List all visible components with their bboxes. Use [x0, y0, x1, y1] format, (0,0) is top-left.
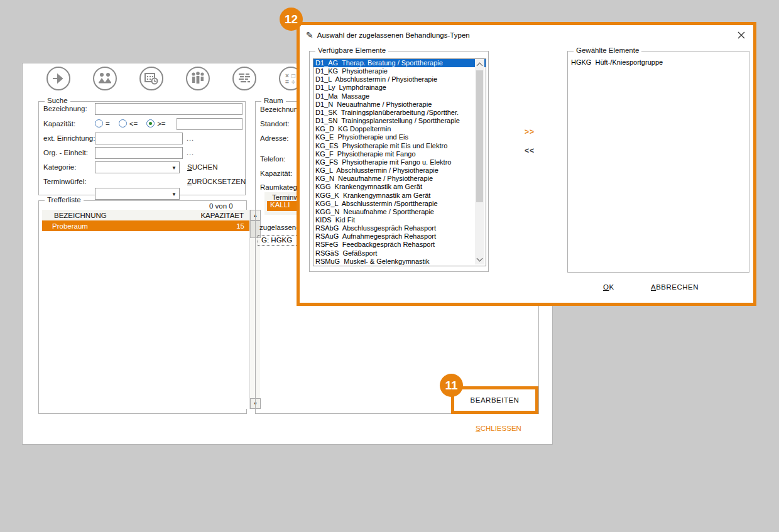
- results-group-title: Trefferliste: [45, 196, 84, 204]
- kapazitaet-input[interactable]: [177, 118, 242, 130]
- list-item[interactable]: KGG_L Abschlusstermin /Sporttherapie: [313, 200, 486, 208]
- radio-equal[interactable]: [95, 119, 103, 128]
- results-table: BEZEICHNUNG KAPAZITAET Proberaum 15 ▲ ▼: [42, 210, 260, 409]
- list-item[interactable]: KG_D KG Doppeltermin: [313, 125, 486, 133]
- svg-text:=: =: [285, 79, 289, 85]
- desktop: ×□=÷ Suche Bezeichnung: Kapazität: = <= …: [0, 0, 779, 532]
- schliessen-button[interactable]: SCHLIESSEN: [476, 425, 521, 432]
- writing-hand-icon: ✎: [306, 30, 313, 40]
- results-header-row: BEZEICHNUNG KAPAZITAET: [42, 210, 260, 220]
- list-item[interactable]: KG_FS Physiotherapie mit Fango u. Elektr…: [313, 158, 486, 166]
- kapazitaet-label: Kapazität:: [43, 120, 75, 128]
- kategorie-label: Kategorie:: [43, 163, 76, 171]
- terminwuerfel-dropdown[interactable]: ▼: [95, 188, 180, 200]
- move-left-button[interactable]: <<: [525, 146, 535, 155]
- available-list[interactable]: D1_AG Therap. Beratung / SporttherapieD1…: [313, 58, 486, 266]
- list-item[interactable]: D1_SK Trainingsplanüberarbeitung /Sportt…: [313, 109, 486, 117]
- list-item[interactable]: KG_F Physiotherapie mit Fango: [313, 150, 486, 158]
- scrollbar-thumb[interactable]: [476, 70, 483, 202]
- chevron-down-icon: ▼: [172, 165, 177, 171]
- chosen-group-title: Gewählte Elemente: [574, 46, 641, 54]
- list-item[interactable]: KGG Krankengymnastik am Gerät: [313, 183, 486, 191]
- org-einheit-input[interactable]: [95, 147, 183, 159]
- list-item[interactable]: RSMuG Muskel- & Gelenkgymnastik: [313, 258, 486, 266]
- list-item[interactable]: KGG_N Neuaufnahme / Sporttherapie: [313, 208, 486, 216]
- list-item[interactable]: D1_Ly Lymphdrainage: [313, 84, 486, 92]
- chevron-down-icon: ▼: [172, 192, 177, 197]
- list-item[interactable]: D1_N Neuaufnahme / Physiotherapie: [313, 100, 486, 109]
- list-item[interactable]: D1_SN Trainingsplanerstellung / Sportthe…: [313, 117, 486, 125]
- column-header-bezeichnung: BEZEICHNUNG: [54, 212, 175, 219]
- list-item[interactable]: D1_L Abschlusstermin / Physiotherapie: [313, 75, 486, 84]
- move-right-button[interactable]: >>: [525, 128, 535, 136]
- list-lines-icon[interactable]: [232, 67, 256, 90]
- radio-equal-label: =: [106, 120, 110, 128]
- abbrechen-button[interactable]: ABBRECHEN: [651, 283, 699, 291]
- table-row[interactable]: Proberaum 15: [42, 220, 249, 231]
- step-12-badge: 12: [280, 8, 303, 31]
- list-item[interactable]: RSAuG Aufnahmegespräch Rehasport: [313, 232, 486, 241]
- scroll-up-icon[interactable]: [475, 59, 484, 70]
- cell-bezeichnung: Proberaum: [52, 222, 175, 230]
- list-item[interactable]: KGG_K Krankengymnastik am Gerät: [313, 192, 486, 200]
- capacity-radios: = <= >=: [95, 119, 166, 128]
- radio-greater-equal[interactable]: [146, 119, 155, 128]
- svg-text:÷: ÷: [291, 79, 295, 85]
- step-11-badge: 11: [440, 374, 463, 397]
- ext-einrichtung-browse-button[interactable]: ...: [187, 134, 194, 142]
- available-group-title: Verfügbare Elemente: [315, 46, 388, 54]
- ok-button[interactable]: OK: [603, 283, 614, 291]
- org-einheit-label: Org. - Einheit:: [43, 149, 88, 156]
- results-count: 0 von 0: [209, 202, 233, 210]
- list-item[interactable]: HGKG Hüft-/Kniesportgruppe: [569, 58, 748, 67]
- group-persons-icon[interactable]: [186, 67, 210, 90]
- close-icon[interactable]: [737, 31, 746, 40]
- bezeichnung-input[interactable]: [95, 103, 242, 115]
- terminwuerfel-label: Terminwürfel:: [43, 178, 86, 185]
- dialog-titlebar: ✎ Auswahl der zugelassenen Behandlungs-T…: [306, 30, 470, 40]
- search-group-title: Suche: [45, 97, 70, 104]
- available-list-scrollbar[interactable]: [475, 59, 484, 264]
- list-item[interactable]: KG_N Neuaufnahme / Physiotherapie: [313, 175, 486, 183]
- room-group-title: Raum: [261, 97, 286, 104]
- ext-einrichtung-label: ext. Einrichtung:: [43, 134, 95, 142]
- available-group: Verfügbare Elemente D1_AG Therap. Beratu…: [309, 51, 489, 272]
- org-einheit-browse-button[interactable]: ...: [187, 149, 194, 156]
- list-item[interactable]: KG_E Physiotherapie und Eis: [313, 133, 486, 141]
- list-item[interactable]: KIDS Kid Fit: [313, 216, 486, 224]
- list-item[interactable]: RSGäS Gefäßsport: [313, 249, 486, 258]
- next-arrow-icon[interactable]: [46, 67, 70, 90]
- scroll-down-icon[interactable]: [475, 253, 484, 264]
- bearbeiten-button[interactable]: BEARBEITEN: [471, 396, 520, 404]
- suchen-button[interactable]: SUCHEN: [187, 163, 218, 171]
- calendar-clock-icon[interactable]: [139, 67, 163, 90]
- list-item[interactable]: D1_AG Therap. Beratung / Sporttherapie: [313, 59, 486, 67]
- room-kapazitaet-label: Kapazität:: [260, 170, 292, 177]
- zuruecksetzen-button[interactable]: ZURÜCKSETZEN: [187, 178, 246, 185]
- list-item[interactable]: D1_Ma Massage: [313, 92, 486, 100]
- room-standort-label: Standort:: [260, 120, 290, 128]
- kategorie-dropdown[interactable]: ▼: [95, 161, 180, 173]
- radio-less-equal[interactable]: [119, 119, 127, 128]
- behandlungs-typen-dialog: ✎ Auswahl der zugelassenen Behandlungs-T…: [297, 22, 756, 306]
- patients-icon[interactable]: [93, 67, 117, 90]
- ext-einrichtung-input[interactable]: [95, 133, 183, 144]
- bezeichnung-label: Bezeichnung:: [43, 105, 87, 112]
- radio-less-equal-label: <=: [129, 120, 138, 128]
- list-item[interactable]: KG_L Abschlusstermin / Physiotherapie: [313, 166, 486, 175]
- chosen-list[interactable]: HGKG Hüft-/Kniesportgruppe: [569, 58, 748, 271]
- cell-kapazitaet: 15: [175, 222, 244, 230]
- radio-greater-equal-label: >=: [157, 120, 165, 128]
- list-item[interactable]: KG_ES Physiotherapie mit Eis und Elektro: [313, 142, 486, 150]
- chosen-group: Gewählte Elemente HGKG Hüft-/Kniesportgr…: [567, 51, 749, 273]
- dialog-title: Auswahl der zugelassenen Behandlungs-Typ…: [317, 31, 470, 39]
- room-adresse-label: Adresse:: [260, 134, 288, 142]
- step-11-highlight: BEARBEITEN: [451, 386, 538, 414]
- room-telefon-label: Telefon:: [260, 155, 285, 163]
- toolbar: ×□=÷: [46, 67, 303, 90]
- list-item[interactable]: RSFeG Feedbackgespräch Rehasport: [313, 241, 486, 249]
- column-header-kapazitaet: KAPAZITAET: [175, 212, 244, 219]
- list-item[interactable]: RSAbG Abschlussgespräch Rehasport: [313, 224, 486, 232]
- list-item[interactable]: D1_KG Physiotherapie: [313, 67, 486, 75]
